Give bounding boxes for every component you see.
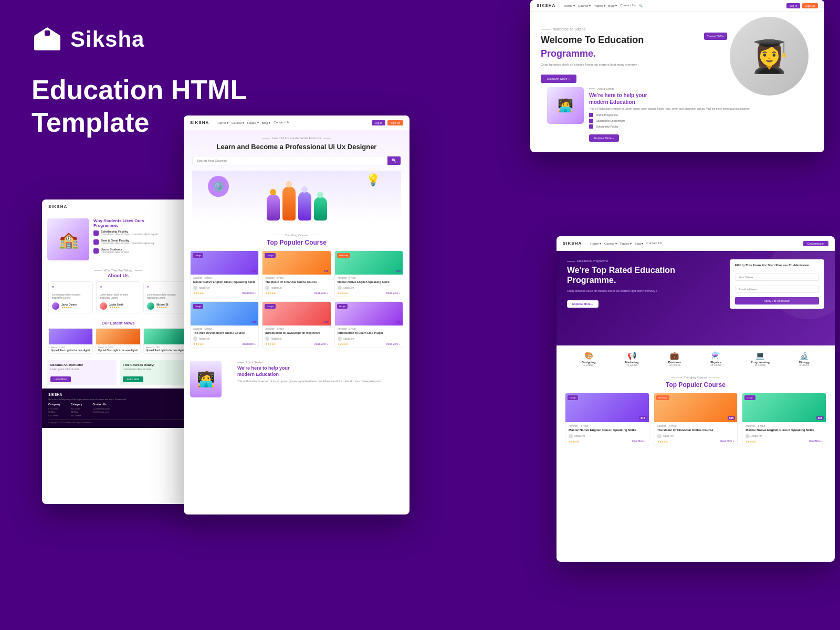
- right-course-badge-1: Design: [568, 395, 578, 400]
- category-marketing[interactable]: 📢 Marketing 20 Course: [625, 351, 639, 366]
- designing-icon: 🎨: [582, 351, 596, 360]
- feature-text-2: Educational Environment: [596, 119, 625, 122]
- center-signup-btn[interactable]: Sign Up: [387, 120, 403, 125]
- testimonial-label: What They Are Talking: [48, 269, 188, 272]
- signup-btn[interactable]: Sign Up: [802, 3, 818, 8]
- feature-icon-1: [589, 113, 593, 117]
- mockup-bottom-left: SIKSHA 🏫 Why Students Likes Ours Program…: [42, 200, 194, 504]
- course-badge-5: Design: [265, 304, 275, 309]
- cta-desc-2: Lorem ipsum dolor sit amet: [123, 368, 186, 371]
- admission-btn[interactable]: Get Admission: [803, 241, 828, 246]
- course-badge-1: Design: [193, 253, 203, 258]
- right-course-img-3: Design $15: [742, 393, 826, 422]
- feature-icon-bl-1: [93, 230, 99, 236]
- search-btn[interactable]: [387, 156, 401, 165]
- hero-desc: Chop fantastic skive off chance knees up…: [541, 62, 719, 67]
- cta-title-2: Free Courses Ready!: [123, 363, 186, 366]
- right-hero-btn[interactable]: Explore More +: [567, 300, 598, 308]
- course-section: Trending Course Top Populer Course Desig…: [184, 229, 410, 356]
- category-business[interactable]: 💼 Business 32 Course: [668, 351, 681, 366]
- hero-subtitle: Programme.: [541, 48, 719, 59]
- right-section-title: Top Populer Course: [565, 381, 826, 388]
- right-hero-desc: Chop fantastic skive off chance knees up…: [567, 289, 724, 293]
- hero-left: Welcome To Siksha Welcome To Education P…: [541, 22, 719, 83]
- form-email-input[interactable]: [735, 286, 819, 293]
- right-course-price-1: $15: [639, 416, 646, 420]
- quote-icon-2: ": [100, 285, 137, 292]
- feature-icon-bl-3: [93, 248, 99, 254]
- category-programming[interactable]: 💻 Programming 30 Course: [751, 351, 770, 366]
- course-grid-row1: Design $15 Advance5 Hour Master Native E…: [190, 250, 403, 297]
- bulb-icon: 💡: [366, 173, 380, 187]
- center-login-btn[interactable]: Log In: [372, 120, 385, 125]
- help-label: About Siksha: [589, 87, 750, 90]
- search-input[interactable]: [193, 156, 387, 165]
- cta-section: Become An Instructor Lorem ipsum dolor s…: [42, 357, 194, 388]
- cta-title-1: Become An Instructor: [50, 363, 113, 366]
- news-card-2: March 12, 2021 Upcted Start right to be …: [96, 328, 140, 354]
- why-feature-1: Scholarship Facility Lorem ipsum dolor s…: [93, 230, 189, 236]
- about-label: About Siksha: [237, 361, 381, 364]
- business-icon: 💼: [668, 351, 681, 360]
- cta-box-1: Become An Instructor Lorem ipsum dolor s…: [47, 360, 117, 385]
- mockup-top-right: SIKSHA Home ▾ Course ▾ Pages ▾ Blog ▾ Co…: [530, 0, 824, 152]
- nav-buttons: Log In Sign Up: [786, 3, 818, 8]
- nav-bottom-left: SIKSHA: [42, 200, 194, 214]
- explore-btn[interactable]: Explore More +: [589, 134, 619, 142]
- center-search[interactable]: [192, 156, 401, 165]
- login-btn[interactable]: Log In: [786, 3, 800, 8]
- feature-item-3: Scholarship Facility: [589, 124, 750, 129]
- cat-count-physics: 25 Course: [710, 364, 721, 366]
- footer-brand: SIKSHA: [48, 393, 188, 396]
- help-title: We're here to help your modern Education: [589, 92, 750, 106]
- course-price-2: $15: [324, 269, 328, 272]
- course-img-1: Design $15: [191, 251, 258, 275]
- category-biology[interactable]: 🔬 Biology 8 Course: [799, 351, 810, 366]
- nav-brand-right: SIKSHA: [563, 241, 582, 246]
- course-title-4: The Web Development Online Course: [193, 331, 256, 335]
- about-title: We're here to help your modern Education: [237, 365, 381, 377]
- why-section: 🏫 Why Students Likes Ours Programme. Sch…: [42, 214, 194, 265]
- programming-icon: 💻: [751, 351, 770, 360]
- right-course-grid: Design $15 Advance5 Hour Master Native E…: [565, 393, 826, 446]
- right-course-card-3: Design $15 Advance5 Hour Master Native E…: [742, 393, 826, 446]
- right-hero-form: Fill Up This From For Start Process To A…: [730, 259, 824, 337]
- test-card-1: " Lorem ipsum dolor sit amet adipiscing …: [48, 281, 93, 313]
- test-avatar-3: [147, 302, 154, 310]
- cta-btn-2[interactable]: Learn More: [123, 376, 143, 382]
- nav-center: SIKSHA Home ▾ Course ▾ Pages ▾ Blog ▾ Co…: [184, 116, 410, 130]
- hero-btn[interactable]: Discover More +: [541, 75, 576, 83]
- testimonial-cards: " Lorem ipsum dolor sit amet adipiscing …: [48, 281, 188, 313]
- news-title: Our Latest News: [48, 321, 188, 326]
- course-title-1: Master Native English Class I Speaking S…: [193, 280, 256, 284]
- cat-count-designing: 0 Course: [582, 364, 596, 366]
- physics-icon: ⚗️: [710, 351, 721, 360]
- test-avatar-1: [52, 302, 59, 310]
- right-hero-left: Educational Programme We're Top Rated Ed…: [567, 259, 724, 337]
- gear-icon: ⚙️: [208, 176, 229, 197]
- course-badge-6: Design: [337, 304, 348, 309]
- form-name-input[interactable]: [735, 274, 819, 281]
- cat-count-business: 32 Course: [668, 364, 681, 366]
- category-physics[interactable]: ⚗️ Physics 25 Course: [710, 351, 721, 366]
- right-course-price-2: $15: [728, 416, 735, 420]
- right-course-card-1: Design $15 Advance5 Hour Master Native E…: [565, 393, 649, 446]
- course-img-5: Design $15: [262, 302, 330, 326]
- cta-btn-1[interactable]: Learn More: [50, 376, 71, 382]
- category-designing[interactable]: 🎨 Designing 0 Course: [582, 351, 596, 366]
- feature-icon-3: [589, 124, 593, 129]
- nav-brand: SIKSHA: [537, 3, 555, 8]
- course-badge-2: Design: [265, 253, 275, 258]
- right-course-price-3: $15: [816, 416, 824, 420]
- news-section: Our Latest News March 12, 2021 Upcted St…: [42, 318, 194, 358]
- svg-rect-2: [45, 30, 50, 36]
- course-title-6: Introduction to Learn LMS Plugin: [338, 331, 400, 335]
- trusted-badge: Trusted 3000+: [704, 33, 727, 40]
- edu-label: Educational Programme: [567, 259, 724, 262]
- course-price-5: $15: [324, 320, 328, 323]
- form-submit-btn[interactable]: Apply For Admission: [735, 297, 819, 304]
- course-price-6: $15: [396, 320, 401, 323]
- about-desc: This is Photoshop's version of Lorem ips…: [237, 380, 381, 383]
- feature-text-3: Scholarship Facility: [596, 125, 618, 128]
- logo-icon: [32, 26, 63, 52]
